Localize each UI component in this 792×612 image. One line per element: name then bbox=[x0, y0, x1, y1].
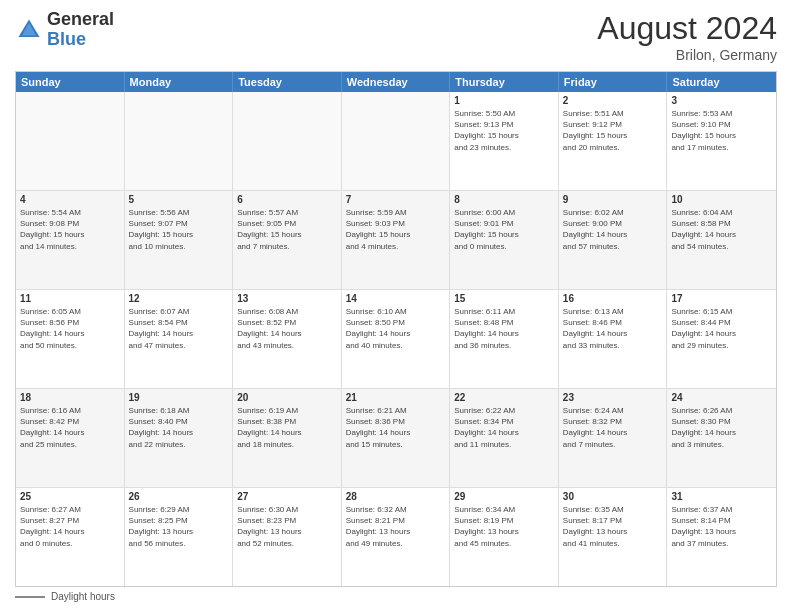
table-row: 25Sunrise: 6:27 AM Sunset: 8:27 PM Dayli… bbox=[16, 488, 125, 586]
calendar-header: Sunday Monday Tuesday Wednesday Thursday… bbox=[16, 72, 776, 92]
table-row: 7Sunrise: 5:59 AM Sunset: 9:03 PM Daylig… bbox=[342, 191, 451, 289]
day-info: Sunrise: 5:56 AM Sunset: 9:07 PM Dayligh… bbox=[129, 207, 229, 252]
day-info: Sunrise: 6:04 AM Sunset: 8:58 PM Dayligh… bbox=[671, 207, 772, 252]
header-sunday: Sunday bbox=[16, 72, 125, 92]
month-year: August 2024 bbox=[597, 10, 777, 47]
day-info: Sunrise: 6:08 AM Sunset: 8:52 PM Dayligh… bbox=[237, 306, 337, 351]
table-row: 17Sunrise: 6:15 AM Sunset: 8:44 PM Dayli… bbox=[667, 290, 776, 388]
day-number: 29 bbox=[454, 491, 554, 502]
week-row-2: 4Sunrise: 5:54 AM Sunset: 9:08 PM Daylig… bbox=[16, 191, 776, 290]
day-info: Sunrise: 6:10 AM Sunset: 8:50 PM Dayligh… bbox=[346, 306, 446, 351]
day-info: Sunrise: 6:19 AM Sunset: 8:38 PM Dayligh… bbox=[237, 405, 337, 450]
header-monday: Monday bbox=[125, 72, 234, 92]
table-row: 2Sunrise: 5:51 AM Sunset: 9:12 PM Daylig… bbox=[559, 92, 668, 190]
week-row-3: 11Sunrise: 6:05 AM Sunset: 8:56 PM Dayli… bbox=[16, 290, 776, 389]
day-number: 30 bbox=[563, 491, 663, 502]
day-info: Sunrise: 5:53 AM Sunset: 9:10 PM Dayligh… bbox=[671, 108, 772, 153]
day-number: 15 bbox=[454, 293, 554, 304]
day-info: Sunrise: 6:21 AM Sunset: 8:36 PM Dayligh… bbox=[346, 405, 446, 450]
table-row: 4Sunrise: 5:54 AM Sunset: 9:08 PM Daylig… bbox=[16, 191, 125, 289]
day-info: Sunrise: 6:13 AM Sunset: 8:46 PM Dayligh… bbox=[563, 306, 663, 351]
calendar-body: 1Sunrise: 5:50 AM Sunset: 9:13 PM Daylig… bbox=[16, 92, 776, 586]
day-number: 23 bbox=[563, 392, 663, 403]
day-info: Sunrise: 6:00 AM Sunset: 9:01 PM Dayligh… bbox=[454, 207, 554, 252]
footer: Daylight hours bbox=[15, 591, 777, 602]
logo-icon bbox=[15, 16, 43, 44]
day-info: Sunrise: 6:35 AM Sunset: 8:17 PM Dayligh… bbox=[563, 504, 663, 549]
header-thursday: Thursday bbox=[450, 72, 559, 92]
day-number: 26 bbox=[129, 491, 229, 502]
table-row: 19Sunrise: 6:18 AM Sunset: 8:40 PM Dayli… bbox=[125, 389, 234, 487]
day-number: 4 bbox=[20, 194, 120, 205]
logo: General Blue bbox=[15, 10, 114, 50]
day-number: 27 bbox=[237, 491, 337, 502]
day-info: Sunrise: 6:27 AM Sunset: 8:27 PM Dayligh… bbox=[20, 504, 120, 549]
week-row-5: 25Sunrise: 6:27 AM Sunset: 8:27 PM Dayli… bbox=[16, 488, 776, 586]
day-info: Sunrise: 6:26 AM Sunset: 8:30 PM Dayligh… bbox=[671, 405, 772, 450]
table-row: 30Sunrise: 6:35 AM Sunset: 8:17 PM Dayli… bbox=[559, 488, 668, 586]
day-number: 24 bbox=[671, 392, 772, 403]
title-block: August 2024 Brilon, Germany bbox=[597, 10, 777, 63]
table-row: 8Sunrise: 6:00 AM Sunset: 9:01 PM Daylig… bbox=[450, 191, 559, 289]
day-number: 11 bbox=[20, 293, 120, 304]
header-wednesday: Wednesday bbox=[342, 72, 451, 92]
table-row: 29Sunrise: 6:34 AM Sunset: 8:19 PM Dayli… bbox=[450, 488, 559, 586]
table-row bbox=[16, 92, 125, 190]
week-row-1: 1Sunrise: 5:50 AM Sunset: 9:13 PM Daylig… bbox=[16, 92, 776, 191]
table-row: 18Sunrise: 6:16 AM Sunset: 8:42 PM Dayli… bbox=[16, 389, 125, 487]
table-row: 22Sunrise: 6:22 AM Sunset: 8:34 PM Dayli… bbox=[450, 389, 559, 487]
table-row: 26Sunrise: 6:29 AM Sunset: 8:25 PM Dayli… bbox=[125, 488, 234, 586]
day-number: 13 bbox=[237, 293, 337, 304]
day-number: 2 bbox=[563, 95, 663, 106]
day-number: 31 bbox=[671, 491, 772, 502]
header-tuesday: Tuesday bbox=[233, 72, 342, 92]
location: Brilon, Germany bbox=[597, 47, 777, 63]
day-info: Sunrise: 6:29 AM Sunset: 8:25 PM Dayligh… bbox=[129, 504, 229, 549]
table-row: 11Sunrise: 6:05 AM Sunset: 8:56 PM Dayli… bbox=[16, 290, 125, 388]
page: General Blue August 2024 Brilon, Germany… bbox=[0, 0, 792, 612]
day-info: Sunrise: 5:54 AM Sunset: 9:08 PM Dayligh… bbox=[20, 207, 120, 252]
day-info: Sunrise: 6:16 AM Sunset: 8:42 PM Dayligh… bbox=[20, 405, 120, 450]
day-info: Sunrise: 6:15 AM Sunset: 8:44 PM Dayligh… bbox=[671, 306, 772, 351]
day-number: 17 bbox=[671, 293, 772, 304]
table-row bbox=[125, 92, 234, 190]
day-number: 19 bbox=[129, 392, 229, 403]
day-info: Sunrise: 6:30 AM Sunset: 8:23 PM Dayligh… bbox=[237, 504, 337, 549]
table-row: 5Sunrise: 5:56 AM Sunset: 9:07 PM Daylig… bbox=[125, 191, 234, 289]
day-info: Sunrise: 5:57 AM Sunset: 9:05 PM Dayligh… bbox=[237, 207, 337, 252]
table-row: 10Sunrise: 6:04 AM Sunset: 8:58 PM Dayli… bbox=[667, 191, 776, 289]
day-number: 21 bbox=[346, 392, 446, 403]
table-row: 6Sunrise: 5:57 AM Sunset: 9:05 PM Daylig… bbox=[233, 191, 342, 289]
day-number: 9 bbox=[563, 194, 663, 205]
day-info: Sunrise: 6:32 AM Sunset: 8:21 PM Dayligh… bbox=[346, 504, 446, 549]
day-info: Sunrise: 5:51 AM Sunset: 9:12 PM Dayligh… bbox=[563, 108, 663, 153]
logo-general-text: General bbox=[47, 9, 114, 29]
day-number: 5 bbox=[129, 194, 229, 205]
table-row: 28Sunrise: 6:32 AM Sunset: 8:21 PM Dayli… bbox=[342, 488, 451, 586]
day-info: Sunrise: 6:18 AM Sunset: 8:40 PM Dayligh… bbox=[129, 405, 229, 450]
table-row: 13Sunrise: 6:08 AM Sunset: 8:52 PM Dayli… bbox=[233, 290, 342, 388]
table-row: 24Sunrise: 6:26 AM Sunset: 8:30 PM Dayli… bbox=[667, 389, 776, 487]
day-info: Sunrise: 6:22 AM Sunset: 8:34 PM Dayligh… bbox=[454, 405, 554, 450]
day-info: Sunrise: 6:37 AM Sunset: 8:14 PM Dayligh… bbox=[671, 504, 772, 549]
day-info: Sunrise: 6:05 AM Sunset: 8:56 PM Dayligh… bbox=[20, 306, 120, 351]
day-number: 20 bbox=[237, 392, 337, 403]
day-number: 10 bbox=[671, 194, 772, 205]
table-row: 14Sunrise: 6:10 AM Sunset: 8:50 PM Dayli… bbox=[342, 290, 451, 388]
day-info: Sunrise: 6:11 AM Sunset: 8:48 PM Dayligh… bbox=[454, 306, 554, 351]
table-row: 27Sunrise: 6:30 AM Sunset: 8:23 PM Dayli… bbox=[233, 488, 342, 586]
day-number: 28 bbox=[346, 491, 446, 502]
day-info: Sunrise: 6:34 AM Sunset: 8:19 PM Dayligh… bbox=[454, 504, 554, 549]
calendar: Sunday Monday Tuesday Wednesday Thursday… bbox=[15, 71, 777, 587]
table-row: 9Sunrise: 6:02 AM Sunset: 9:00 PM Daylig… bbox=[559, 191, 668, 289]
day-info: Sunrise: 5:50 AM Sunset: 9:13 PM Dayligh… bbox=[454, 108, 554, 153]
day-number: 6 bbox=[237, 194, 337, 205]
day-number: 8 bbox=[454, 194, 554, 205]
day-number: 22 bbox=[454, 392, 554, 403]
table-row: 1Sunrise: 5:50 AM Sunset: 9:13 PM Daylig… bbox=[450, 92, 559, 190]
header: General Blue August 2024 Brilon, Germany bbox=[15, 10, 777, 63]
table-row: 16Sunrise: 6:13 AM Sunset: 8:46 PM Dayli… bbox=[559, 290, 668, 388]
day-number: 1 bbox=[454, 95, 554, 106]
header-saturday: Saturday bbox=[667, 72, 776, 92]
table-row: 23Sunrise: 6:24 AM Sunset: 8:32 PM Dayli… bbox=[559, 389, 668, 487]
